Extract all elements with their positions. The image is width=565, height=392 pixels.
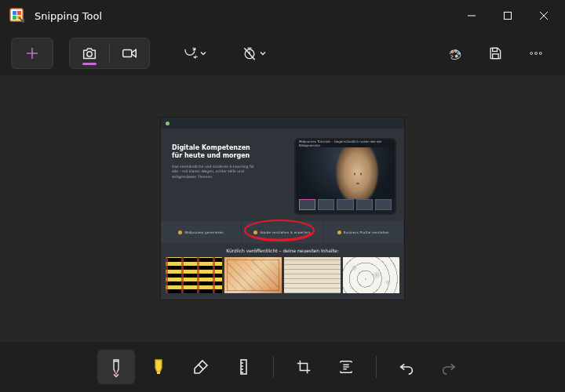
svg-point-27 [535,53,538,55]
svg-point-26 [530,53,533,55]
new-snip-button[interactable] [11,38,53,69]
svg-rect-30 [157,372,160,374]
svg-rect-1 [13,11,16,15]
svg-point-28 [539,53,541,55]
toolbar-separator [273,356,274,378]
save-button[interactable] [477,38,513,69]
svg-point-22 [457,53,460,55]
screenshot-headline: Digitale Kompetenzen für heute und morge… [172,144,258,160]
snapshot-mode-button[interactable] [70,38,109,68]
title-bar: Snipping Tool [0,0,565,31]
chevron-down-icon [112,367,120,382]
svg-point-20 [451,51,454,53]
svg-point-11 [87,52,92,56]
svg-rect-24 [493,48,498,51]
bottom-toolbar [0,342,565,392]
svg-rect-2 [17,11,21,15]
undo-button[interactable] [388,350,425,384]
record-mode-button[interactable] [110,38,149,68]
edit-in-paint-button[interactable] [436,38,472,69]
screenshot-tablet: Midjourney Tutorials – Gegenständlich ma… [294,138,396,215]
screenshot-card-row [161,257,404,296]
captured-screenshot: Digitale Kompetenzen für heute und morge… [161,118,404,299]
app-icon [8,6,27,25]
ruler-tool[interactable] [224,350,262,384]
svg-rect-6 [505,13,512,20]
svg-rect-3 [13,16,16,20]
highlighter-tool[interactable] [140,350,177,384]
crop-tool[interactable] [285,350,323,384]
screenshot-hero: Digitale Kompetenzen für heute und morge… [161,129,404,221]
svg-text:+: + [194,53,198,60]
screenshot-header [161,118,404,129]
redo-button[interactable] [430,350,468,384]
app-title: Snipping Tool [35,10,102,22]
mode-active-indicator [82,63,97,65]
svg-rect-25 [493,54,499,59]
more-options-button[interactable] [518,38,554,69]
canvas-area[interactable]: Digitale Kompetenzen für heute und morge… [0,75,565,342]
screenshot-feature-band: Midjourney generieren Adobe verstehen & … [161,221,404,243]
svg-line-31 [199,365,203,369]
text-actions-tool[interactable] [327,350,365,384]
minimize-button[interactable] [454,0,490,31]
snip-shape-dropdown[interactable]: + [177,38,213,69]
delay-dropdown[interactable] [236,38,272,69]
toolbar-separator [376,356,377,378]
svg-rect-12 [123,49,132,56]
pen-tool[interactable] [97,350,135,384]
screenshot-section-title: Kürzlich veröffentlicht – deine neuesten… [161,243,404,257]
screenshot-subtext: Das verständliche und moderne E-Learning… [172,165,258,180]
eraser-tool[interactable] [182,350,220,384]
capture-mode-group [69,38,150,69]
svg-point-23 [455,55,457,57]
top-toolbar: + [0,31,565,75]
maximize-button[interactable] [490,0,526,31]
svg-point-21 [454,50,457,53]
close-button[interactable] [526,0,562,31]
